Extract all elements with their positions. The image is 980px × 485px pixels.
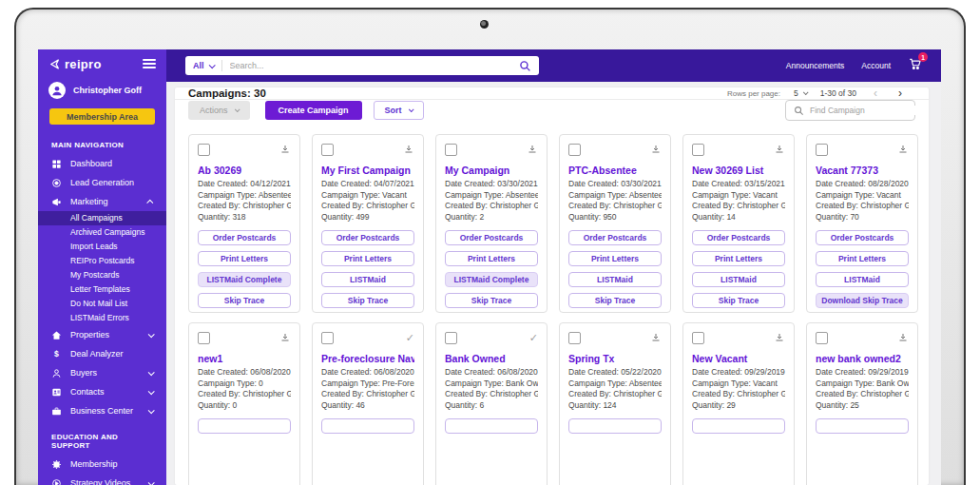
campaign-title-link[interactable]: Spring Tx	[568, 353, 662, 364]
order-postcards-button[interactable]: Order Postcards	[568, 230, 662, 245]
skip-trace-button[interactable]: Skip Trace	[321, 293, 414, 308]
order-postcards-button[interactable]: Order Postcards	[816, 230, 909, 245]
campaign-title-link[interactable]: New 30269 List	[692, 165, 785, 176]
sidebar-subitem-import-leads[interactable]: Import Leads	[38, 240, 166, 254]
listmaid-button[interactable]: LISTMaid	[568, 272, 662, 287]
sidebar-subitem-listmaid-errors[interactable]: LISTMaid Errors	[38, 311, 166, 325]
campaign-title-link[interactable]: new bank owned2	[816, 353, 909, 364]
listmaid-button[interactable]: LISTMaid	[692, 272, 785, 287]
sidebar-item-dashboard[interactable]: Dashboard	[38, 154, 166, 173]
skip-trace-button[interactable]: Skip Trace	[198, 293, 291, 308]
campaign-title-link[interactable]: Ab 30269	[198, 165, 291, 176]
campaign-title-link[interactable]: Pre-foreclosure Navarre N	[321, 353, 414, 364]
campaign-title-link[interactable]: New Vacant	[692, 353, 785, 364]
search-input[interactable]	[230, 61, 519, 70]
rows-per-page-dropdown[interactable]: 5	[794, 88, 807, 98]
campaign-checkbox[interactable]	[198, 332, 210, 344]
sidebar-item-membership[interactable]: Membership	[38, 455, 166, 474]
find-campaign-input[interactable]	[810, 106, 915, 115]
sidebar-subitem-my-postcards[interactable]: My Postcards	[38, 268, 166, 282]
actions-button[interactable]: Actions	[188, 101, 250, 120]
campaign-title-link[interactable]: new1	[198, 353, 291, 364]
campaign-checkbox[interactable]	[198, 144, 210, 156]
download-icon[interactable]	[279, 332, 291, 343]
download-skip-trace-button[interactable]: Download Skip Trace	[816, 293, 909, 308]
sidebar-item-marketing[interactable]: Marketing	[38, 192, 166, 211]
print-letters-button[interactable]: Print Letters	[321, 251, 414, 266]
print-letters-button[interactable]: Print Letters	[692, 251, 785, 266]
listmaid-complete-button[interactable]: LISTMaid Complete	[198, 272, 291, 287]
sidebar-item-buyers[interactable]: Buyers	[38, 363, 166, 382]
sidebar-subitem-letter-templates[interactable]: Letter Templates	[38, 282, 166, 297]
campaign-checkbox[interactable]	[568, 332, 581, 344]
card-button[interactable]	[321, 418, 414, 434]
campaign-checkbox[interactable]	[816, 332, 828, 344]
card-button[interactable]	[692, 418, 785, 434]
card-button[interactable]	[568, 418, 662, 434]
search-scope-dropdown[interactable]: All	[193, 61, 214, 70]
listmaid-button[interactable]: LISTMaid	[816, 272, 909, 287]
sidebar-subitem-reipro-postcards[interactable]: REIPro Postcards	[38, 254, 166, 268]
prev-page-button[interactable]: ‹	[870, 87, 881, 99]
download-icon[interactable]	[774, 332, 785, 343]
card-button[interactable]	[816, 418, 909, 434]
account-link[interactable]: Account	[861, 61, 891, 70]
download-icon[interactable]	[774, 144, 785, 155]
campaign-title-link[interactable]: My First Campaign	[321, 165, 414, 176]
download-icon[interactable]	[527, 144, 538, 155]
sidebar-item-contacts[interactable]: Contacts	[38, 382, 166, 401]
announcements-link[interactable]: Announcements	[786, 61, 844, 70]
print-letters-button[interactable]: Print Letters	[445, 251, 538, 266]
campaign-title-link[interactable]: My Campaign	[445, 165, 538, 176]
print-letters-button[interactable]: Print Letters	[198, 251, 291, 266]
download-icon[interactable]	[897, 144, 909, 155]
download-icon[interactable]	[650, 144, 662, 155]
download-icon[interactable]	[279, 144, 291, 155]
listmaid-button[interactable]: LISTMaid	[321, 272, 414, 287]
user-profile[interactable]: Christopher Goff	[38, 78, 166, 103]
print-letters-button[interactable]: Print Letters	[568, 251, 662, 266]
campaign-checkbox[interactable]	[321, 144, 334, 156]
campaign-checkbox[interactable]	[321, 332, 334, 344]
campaign-title-link[interactable]: Vacant 77373	[816, 165, 909, 176]
listmaid-complete-button[interactable]: LISTMaid Complete	[445, 272, 538, 287]
skip-trace-button[interactable]: Skip Trace	[692, 293, 785, 308]
search-icon[interactable]	[519, 60, 531, 72]
skip-trace-button[interactable]: Skip Trace	[568, 293, 662, 308]
order-postcards-button[interactable]: Order Postcards	[692, 230, 785, 245]
sidebar-item-lead-generation[interactable]: Lead Generation	[38, 173, 166, 192]
sidebar-item-business-center[interactable]: Business Center	[38, 401, 166, 420]
order-postcards-button[interactable]: Order Postcards	[321, 230, 414, 245]
sort-button[interactable]: Sort	[374, 101, 424, 120]
order-postcards-button[interactable]: Order Postcards	[198, 230, 291, 245]
print-letters-button[interactable]: Print Letters	[816, 251, 909, 266]
card-button[interactable]	[445, 418, 538, 434]
next-page-button[interactable]: ›	[894, 87, 906, 99]
campaign-checkbox[interactable]	[445, 332, 457, 344]
create-campaign-button[interactable]: Create Campaign	[265, 101, 362, 120]
campaign-title-link[interactable]: PTC-Absentee	[568, 165, 662, 176]
sidebar-subitem-archived-campaigns[interactable]: Archived Campaigns	[38, 225, 166, 240]
campaign-checkbox[interactable]	[445, 144, 457, 156]
hamburger-menu-icon[interactable]	[143, 57, 156, 70]
chevron-down-icon	[208, 62, 215, 68]
download-icon[interactable]	[897, 332, 909, 343]
campaign-checkbox[interactable]	[692, 332, 704, 344]
campaign-checkbox[interactable]	[692, 144, 704, 156]
skip-trace-button[interactable]: Skip Trace	[445, 293, 538, 308]
order-postcards-button[interactable]: Order Postcards	[445, 230, 538, 245]
sidebar-item-properties[interactable]: Properties	[38, 325, 166, 344]
download-icon[interactable]	[403, 144, 414, 155]
sidebar-subitem-all-campaigns[interactable]: All Campaigns	[38, 211, 166, 225]
cart-button[interactable]: 1	[908, 57, 922, 74]
membership-area-button[interactable]: Membership Area	[49, 108, 155, 125]
campaign-checkbox[interactable]	[568, 144, 581, 156]
sidebar-item-deal-analyzer[interactable]: $Deal Analyzer	[38, 344, 166, 363]
card-button[interactable]	[198, 418, 291, 434]
download-icon[interactable]	[650, 332, 662, 343]
sidebar-subitem-do-not-mail-list[interactable]: Do Not Mail List	[38, 297, 166, 311]
sidebar-item-strategy-videos[interactable]: Strategy Videos	[38, 474, 166, 485]
campaign-checkbox[interactable]	[816, 144, 828, 156]
campaign-title-link[interactable]: Bank Owned	[445, 353, 538, 364]
campaign-type: Campaign Type: Pre-Foreclosu	[321, 378, 414, 390]
